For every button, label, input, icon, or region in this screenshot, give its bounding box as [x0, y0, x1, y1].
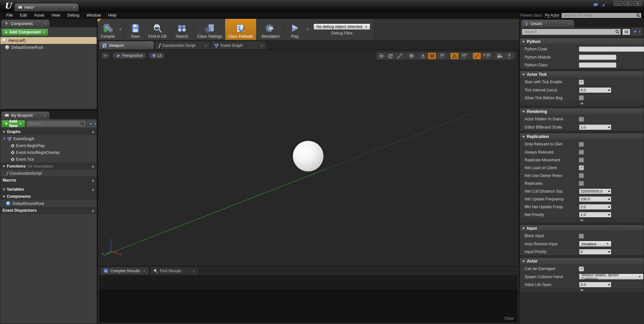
auto-receive-input-dropdown[interactable]: Disabled▼ [579, 241, 611, 247]
tree-item-event-actorbeginoverlap[interactable]: Event ActorBeginOverlap [0, 149, 97, 156]
net-priority-spinbox[interactable]: 1.0◢ [579, 212, 611, 218]
spin-handle-icon[interactable]: ◢ [608, 213, 610, 216]
tab-my-blueprint[interactable]: My Blueprint × [1, 111, 50, 119]
feedback-bubble-icon[interactable] [593, 3, 598, 7]
menu-help[interactable]: Help [104, 12, 120, 18]
menu-asset[interactable]: Asset [31, 12, 48, 18]
clear-button[interactable]: Clear [504, 316, 514, 321]
spin-handle-icon[interactable]: ◢ [608, 126, 610, 128]
rotate-tool-button[interactable] [386, 53, 394, 59]
tab-components[interactable]: Components × [1, 20, 50, 27]
perspective-button[interactable]: Perspective [112, 52, 146, 59]
tree-item-defaultsceneroot[interactable]: DefaultSceneRoot [0, 200, 97, 207]
billboard-scale-spinbox[interactable]: 1.0◢ [579, 124, 611, 130]
help-search-input[interactable] [563, 13, 636, 18]
tree-item-event-tick[interactable]: Event Tick [0, 156, 97, 163]
close-tab-icon[interactable]: × [193, 269, 195, 273]
section-expander[interactable] [520, 288, 644, 292]
parent-class-link[interactable]: Py Actor [545, 13, 559, 18]
debug-object-dropdown[interactable]: No debug object selected ▼ [313, 23, 370, 30]
maximize-button[interactable]: □ [623, 1, 632, 6]
section-rendering-header[interactable]: Rendering [520, 108, 644, 115]
component-row-scene-root[interactable]: DefaultSceneRoot [0, 44, 97, 51]
compile-options-dropdown[interactable]: ▼ [118, 19, 123, 40]
section-expander[interactable] [520, 101, 644, 106]
tick-interval-spinbox[interactable]: 0.0◢ [579, 87, 611, 93]
surface-snap-button[interactable] [419, 53, 427, 59]
property-matrix-button[interactable] [622, 29, 630, 35]
allow-tick-checkbox[interactable] [579, 95, 584, 100]
tree-item-event-beginplay[interactable]: Event BeginPlay [0, 142, 97, 149]
coordinate-space-button[interactable] [407, 53, 415, 59]
close-tab-icon[interactable]: × [569, 22, 571, 26]
menu-debug[interactable]: Debug [64, 12, 83, 18]
help-search-box[interactable] [561, 13, 641, 18]
section-input-header[interactable]: Input [520, 225, 644, 232]
add-event-dispatcher-button[interactable]: + [91, 208, 94, 213]
add-component-button[interactable]: + Add Component ▼ [2, 29, 48, 36]
spin-handle-icon[interactable]: ◢ [608, 205, 610, 208]
tab-find-results[interactable]: Find Results × [150, 267, 199, 275]
net-cull-distance-spinbox[interactable]: 225000000.0◢ [579, 188, 611, 194]
camera-speed-value-button[interactable]: 4 ▼ [504, 53, 514, 59]
toolbar-customize-corner[interactable] [98, 19, 101, 22]
tab-event-graph[interactable]: Event Graph × [211, 41, 266, 49]
send-feedback-icon[interactable] [601, 3, 606, 7]
spin-handle-icon[interactable]: ◢ [608, 88, 610, 91]
spawn-collision-dropdown[interactable]: Always Spawn, Ignore Collisions▼ [579, 274, 644, 280]
tab-construction-script[interactable]: ƒ Construction Script × [155, 41, 210, 49]
tab-details[interactable]: i Details × [521, 20, 574, 27]
my-blueprint-search-input[interactable] [29, 121, 80, 126]
close-tab-icon[interactable]: × [205, 44, 207, 47]
details-search-box[interactable] [522, 29, 621, 35]
only-relevant-checkbox[interactable] [579, 142, 584, 147]
net-load-checkbox[interactable] [579, 165, 584, 170]
spin-handle-icon[interactable]: ◢ [608, 190, 610, 192]
details-view-options-button[interactable]: ▼ [632, 29, 642, 35]
play-button[interactable]: Play [285, 19, 305, 40]
grid-snap-value-button[interactable]: 10 ▼ [437, 53, 447, 59]
visibility-filter-button[interactable]: ▼ [87, 120, 97, 127]
component-row-hero[interactable]: Hero(self) [0, 37, 97, 44]
tab-viewport[interactable]: Viewport × [99, 41, 154, 49]
graphs-section-header[interactable]: Graphs + [0, 128, 97, 135]
close-tab-icon[interactable]: × [44, 114, 46, 117]
grid-snap-toggle[interactable] [428, 53, 436, 59]
sphere-actor[interactable] [293, 141, 323, 171]
scale-snap-value-button[interactable]: 0.25 ▼ [482, 53, 492, 59]
add-function-button[interactable]: + [91, 164, 94, 169]
menu-window[interactable]: Window [83, 12, 104, 18]
spin-handle-icon[interactable]: ◢ [608, 250, 610, 253]
menu-file[interactable]: File [3, 12, 16, 18]
my-blueprint-search-box[interactable] [26, 120, 86, 127]
can-be-damaged-checkbox[interactable] [579, 266, 584, 271]
close-tab-icon[interactable]: × [149, 44, 151, 47]
add-new-button[interactable]: + Add New ▼ [2, 120, 25, 127]
3d-viewport[interactable]: z x y ▼ Perspective Lit [98, 49, 519, 266]
rotation-snap-value-button[interactable]: 10° ▼ [459, 53, 469, 59]
asset-tab-hero[interactable]: Hero* × [14, 3, 79, 11]
tab-compiler-results[interactable]: Compiler Results × [100, 267, 149, 275]
close-tab-icon[interactable]: × [44, 22, 46, 26]
min-net-update-spinbox[interactable]: 2.0◢ [579, 204, 611, 210]
spin-handle-icon[interactable]: ◢ [608, 283, 610, 286]
play-options-dropdown[interactable]: ▼ [305, 19, 310, 40]
menu-view[interactable]: View [48, 12, 64, 18]
save-button[interactable]: Save [125, 19, 145, 40]
start-with-tick-checkbox[interactable] [579, 80, 584, 85]
replicate-movement-checkbox[interactable] [579, 157, 584, 162]
menu-edit[interactable]: Edit [16, 12, 31, 18]
always-relevant-checkbox[interactable] [579, 150, 584, 155]
search-button[interactable]: Search [172, 19, 192, 40]
class-defaults-button[interactable]: Class Defaults [225, 19, 256, 40]
add-graph-button[interactable]: + [91, 129, 94, 135]
macros-section-header[interactable]: Macros + [0, 177, 97, 184]
close-button[interactable]: × [633, 1, 642, 6]
rotation-snap-toggle[interactable] [450, 53, 459, 59]
initial-life-span-spinbox[interactable]: 0.0◢ [579, 282, 611, 288]
close-tab-icon[interactable]: × [73, 5, 75, 10]
net-use-owner-checkbox[interactable] [579, 173, 584, 178]
input-priority-spinbox[interactable]: 0◢ [579, 249, 611, 255]
python-code-field[interactable] [579, 47, 644, 52]
add-macro-button[interactable]: + [91, 178, 94, 183]
